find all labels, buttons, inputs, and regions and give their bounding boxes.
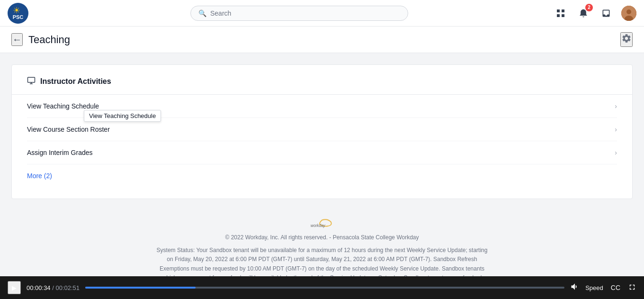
page-header: ← Teaching (0, 27, 644, 53)
instructor-activities-card: Instructor Activities View Teaching Sche… (11, 64, 633, 199)
svg-rect-0 (557, 9, 560, 12)
svg-rect-1 (562, 9, 564, 12)
logo-sun-icon: ☀ (13, 6, 24, 15)
settings-button[interactable] (620, 32, 633, 47)
gear-icon (621, 33, 632, 44)
progress-bar-fill (85, 287, 196, 289)
notification-badge: 2 (585, 4, 593, 11)
fullscreen-button[interactable] (628, 283, 636, 293)
cc-button[interactable]: CC (611, 284, 620, 291)
svg-rect-7 (28, 77, 35, 82)
time-display: 00:00:34 / 00:02:51 (27, 284, 80, 291)
list-item-more[interactable]: More (2) (27, 164, 617, 187)
logo-area[interactable]: ☀ PSC (8, 3, 45, 24)
list-item-assign-interim-grades[interactable]: Assign Interim Grades › (27, 141, 617, 164)
search-icon: 🔍 (198, 9, 206, 17)
svg-point-5 (626, 9, 631, 14)
workday-logo-svg: workday (308, 218, 336, 229)
chevron-icon-2: › (615, 126, 617, 133)
play-icon: ▶ (12, 284, 17, 291)
logo-text: PSC (13, 15, 24, 20)
search-bar[interactable]: 🔍 Search (190, 6, 408, 21)
card-header: Instructor Activities (27, 76, 617, 87)
grid-icon (556, 9, 565, 18)
speed-label[interactable]: Speed (585, 284, 603, 291)
video-controls-right: Speed CC (585, 283, 636, 293)
chevron-icon-1: › (615, 102, 617, 110)
back-button[interactable]: ← (11, 33, 23, 46)
nav-icons: 2 (553, 6, 636, 21)
time-total: 00:02:51 (55, 284, 80, 291)
main-content: Instructor Activities View Teaching Sche… (0, 53, 644, 299)
activities-icon (27, 76, 36, 87)
inbox-button[interactable] (599, 6, 614, 21)
card-title: Instructor Activities (40, 77, 111, 86)
list-item-label-3: Assign Interim Grades (27, 149, 93, 156)
more-label: More (2) (27, 172, 52, 180)
avatar-image (621, 6, 636, 21)
list-item-label-2: View Course Section Roster (27, 126, 110, 133)
svg-rect-3 (562, 14, 564, 17)
volume-button[interactable] (570, 282, 580, 293)
avatar[interactable] (621, 6, 636, 21)
svg-rect-2 (557, 14, 560, 17)
workday-logo-area: workday (11, 218, 633, 229)
search-area: 🔍 Search (45, 6, 553, 21)
page-title: Teaching (28, 34, 70, 46)
svg-text:workday: workday (311, 224, 326, 228)
list-item-label-1: View Teaching Schedule (27, 102, 99, 110)
volume-icon (570, 282, 580, 291)
monitor-icon (27, 76, 36, 85)
footer-copyright: © 2022 Workday, Inc. All rights reserved… (156, 233, 488, 242)
progress-bar[interactable] (85, 287, 564, 289)
inbox-icon (601, 9, 611, 18)
fullscreen-icon (628, 283, 636, 291)
top-nav: ☀ PSC 🔍 Search 2 (0, 0, 644, 27)
search-placeholder: Search (210, 9, 231, 17)
list-item-view-course-roster[interactable]: View Course Section Roster › (27, 118, 617, 141)
grid-icon-button[interactable] (553, 6, 568, 21)
play-button[interactable]: ▶ (8, 281, 21, 294)
page-header-left: ← Teaching (11, 33, 70, 46)
video-bar: ▶ 00:00:34 / 00:02:51 Speed CC (0, 276, 644, 299)
time-current: 00:00:34 (27, 284, 51, 291)
logo: ☀ PSC (8, 3, 28, 24)
notification-button[interactable]: 2 (576, 6, 591, 21)
list-item-view-teaching-schedule[interactable]: View Teaching Schedule › View Teaching S… (27, 95, 617, 118)
chevron-icon-3: › (615, 149, 617, 156)
